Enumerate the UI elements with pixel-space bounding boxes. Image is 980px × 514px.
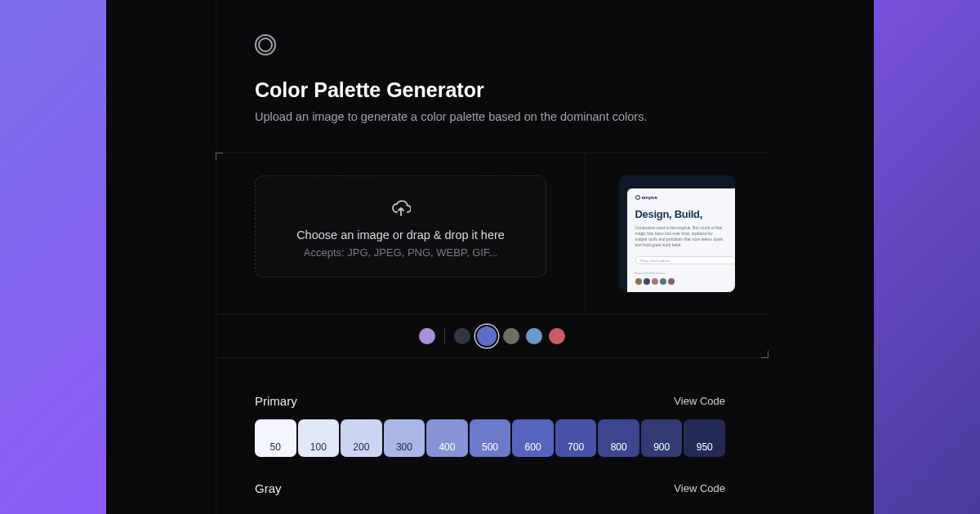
palette-header: GrayView Code	[255, 481, 725, 495]
page-title: Color Palette Generator	[255, 78, 874, 102]
color-swatch[interactable]	[477, 326, 497, 346]
palette-title: Gray	[255, 481, 282, 495]
shade-swatch[interactable]: 50	[255, 419, 296, 457]
shade-swatch[interactable]: 950	[684, 419, 725, 457]
shade-swatch[interactable]: 400	[426, 419, 468, 457]
shade-swatch[interactable]: 700	[555, 419, 597, 457]
page-subtitle: Upload an image to generate a color pale…	[255, 110, 874, 123]
preview-thumbnail[interactable]: ampire Design, Build, Computers used to …	[619, 175, 735, 292]
shade-swatch[interactable]: 800	[598, 419, 639, 457]
upload-cell: Choose an image or drap & drop it here A…	[216, 153, 586, 314]
corner-decoration	[761, 351, 768, 358]
color-swatch[interactable]	[503, 328, 519, 344]
preview-cell: ampire Design, Build, Computers used to …	[586, 153, 768, 314]
dropzone-sub-text: Accepts: JPG, JPEG, PNG, WEBP, GIF...	[269, 246, 532, 259]
preview-headline: Design, Build,	[635, 208, 735, 220]
header: Color Palette Generator Upload an image …	[106, 0, 874, 153]
dropzone-main-text: Choose an image or drap & drop it here	[269, 228, 532, 241]
shade-swatch[interactable]: 900	[641, 419, 683, 457]
palette-header: PrimaryView Code	[255, 394, 725, 408]
upload-row: Choose an image or drap & drop it here A…	[216, 153, 768, 315]
palette-title: Primary	[255, 394, 297, 408]
shade-swatch[interactable]: 600	[512, 419, 554, 457]
color-swatch[interactable]	[454, 328, 470, 344]
app-panel: Color Palette Generator Upload an image …	[106, 0, 874, 514]
shade-row: 50100200300400500600700800900950	[255, 419, 725, 457]
palette-section: PrimaryView Code501002003004005006007008…	[106, 358, 874, 495]
color-swatch[interactable]	[549, 328, 565, 344]
logo-icon	[255, 34, 276, 55]
color-swatch[interactable]	[526, 328, 542, 344]
view-code-button[interactable]: View Code	[674, 482, 725, 494]
preview-paragraph: Computers used to be magical. But much o…	[635, 225, 725, 248]
shade-swatch[interactable]: 300	[384, 419, 425, 457]
primary-color-swatch[interactable]	[419, 328, 435, 344]
shade-swatch[interactable]: 500	[470, 419, 511, 457]
left-margin-column	[106, 0, 216, 514]
extracted-colors-row	[216, 315, 768, 358]
swatch-divider	[444, 328, 445, 344]
corner-decoration	[216, 153, 223, 160]
shade-swatch[interactable]: 100	[298, 419, 340, 457]
shade-swatch[interactable]: 200	[341, 419, 382, 457]
upload-cloud-icon	[391, 199, 411, 217]
view-code-button[interactable]: View Code	[674, 395, 725, 407]
dropzone[interactable]: Choose an image or drap & drop it here A…	[255, 175, 546, 277]
